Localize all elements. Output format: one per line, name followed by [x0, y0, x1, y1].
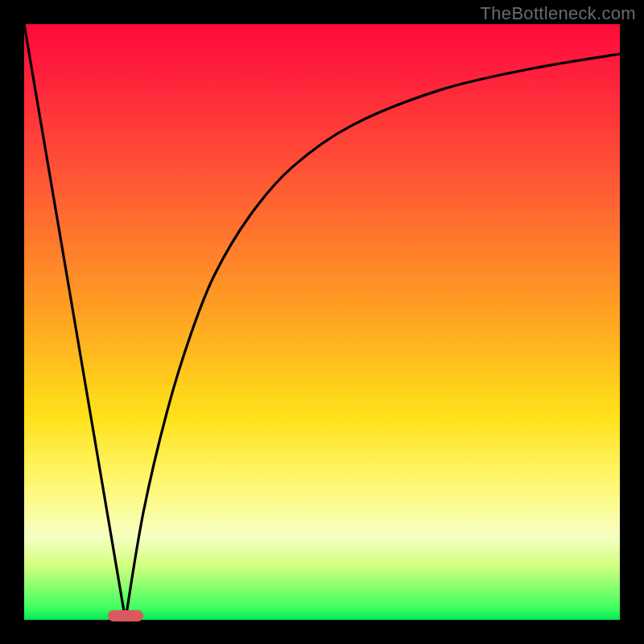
chart-frame: TheBottleneck.com — [0, 0, 644, 644]
right-curve — [126, 54, 620, 620]
bottleneck-marker — [108, 610, 143, 621]
watermark-text: TheBottleneck.com — [481, 3, 636, 24]
plot-area — [24, 24, 620, 620]
left-line — [24, 24, 126, 620]
curve-layer — [24, 24, 620, 620]
